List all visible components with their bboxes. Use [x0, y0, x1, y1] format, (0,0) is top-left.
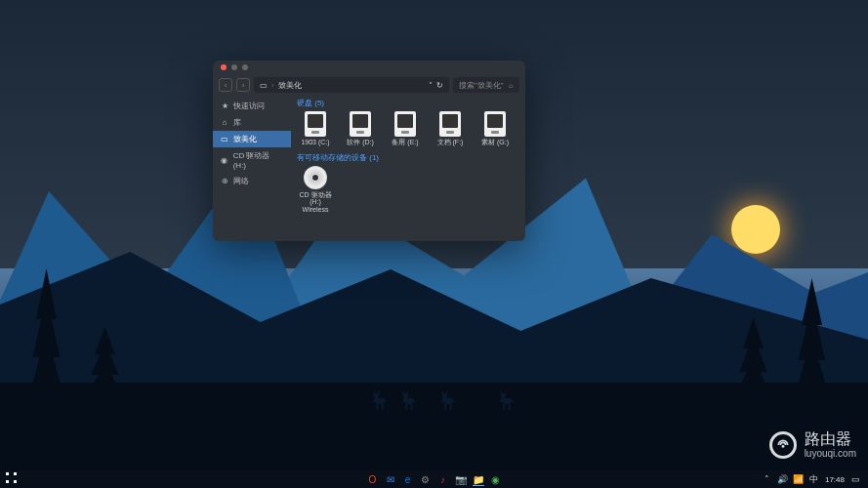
volume-icon[interactable]: 🔊	[778, 474, 788, 484]
taskbar-app-settings[interactable]: ⚙	[418, 472, 434, 486]
cd-drive-h[interactable]: CD 驱动器 (H:) Wireless	[297, 166, 334, 214]
maximize-button[interactable]	[242, 64, 248, 70]
sidebar-item-libraries[interactable]: ⌂ 库	[213, 114, 291, 131]
taskbar-app-chrome[interactable]: ◉	[488, 472, 504, 486]
chevron-down-icon[interactable]: ˅	[429, 81, 433, 90]
system-tray: ˄ 🔊 📶 中 17:48 ▭	[763, 474, 868, 484]
watermark-title: 路由器	[805, 430, 856, 448]
star-icon: ★	[221, 102, 228, 110]
language-icon[interactable]: 中	[809, 474, 819, 484]
disc-icon: ◉	[221, 156, 228, 164]
titlebar[interactable]	[213, 61, 525, 74]
taskbar-app-music[interactable]: ♪	[435, 472, 451, 486]
notifications-icon[interactable]: ▭	[850, 474, 860, 484]
wifi-icon[interactable]: 📶	[794, 474, 804, 484]
drive-icon	[484, 111, 506, 137]
sidebar-item-label: CD 驱动器 (H:)	[233, 150, 283, 170]
taskbar-app-edge[interactable]: e	[400, 472, 416, 486]
taskbar-apps: O✉e⚙♪📷📁◉	[365, 472, 504, 486]
file-explorer-window[interactable]: ‹ › ▭ › 致美化 ˅ ↻ 搜索"致美化" ⌕ ★ 快速访问 ⌂ 库 ▭ 致	[213, 61, 525, 241]
watermark: 路由器 luyouqi.com	[769, 430, 856, 459]
start-button[interactable]	[6, 472, 20, 486]
breadcrumb-current[interactable]: 致美化	[278, 80, 302, 91]
back-button[interactable]: ‹	[219, 78, 232, 92]
drives-grid: 1903 (C:) 软件 (D:) 备用 (E:) 文档 (F:) 素材 (G:…	[297, 111, 519, 146]
watermark-url: luyouqi.com	[805, 448, 856, 459]
drive-icon	[305, 111, 326, 137]
drive-g[interactable]: 素材 (G:)	[476, 111, 514, 146]
search-placeholder: 搜索"致美化"	[459, 80, 504, 91]
search-icon: ⌕	[509, 81, 514, 90]
folder-icon: ▭	[221, 136, 228, 143]
sidebar-item-zhimeihua[interactable]: ▭ 致美化	[213, 131, 291, 147]
drive-e[interactable]: 备用 (E:)	[387, 111, 424, 146]
sidebar-item-label: 致美化	[233, 134, 257, 144]
cd-icon	[304, 166, 327, 189]
drive-icon	[439, 111, 461, 137]
sidebar: ★ 快速访问 ⌂ 库 ▭ 致美化 ◉ CD 驱动器 (H:) ⊕ 网络	[213, 96, 291, 241]
clock[interactable]: 17:48	[825, 475, 845, 484]
drive-f[interactable]: 文档 (F:)	[432, 111, 469, 146]
drive-icon	[394, 111, 416, 137]
section-header-removable[interactable]: 有可移动存储的设备 (1)	[297, 152, 519, 163]
sidebar-item-label: 网络	[233, 176, 249, 186]
search-input[interactable]: 搜索"致美化" ⌕	[453, 77, 519, 93]
main-content: 硬盘 (5) 1903 (C:) 软件 (D:) 备用 (E:) 文档 (F:)	[291, 96, 525, 241]
close-button[interactable]	[221, 64, 227, 70]
forward-button[interactable]: ›	[236, 78, 250, 92]
refresh-icon[interactable]: ↻	[436, 81, 443, 90]
svg-point-0	[782, 445, 783, 446]
taskbar-app-mail[interactable]: ✉	[383, 472, 398, 486]
sidebar-item-label: 库	[233, 117, 241, 128]
taskbar-app-camera[interactable]: 📷	[453, 472, 469, 486]
minimize-button[interactable]	[231, 64, 237, 70]
toolbar: ‹ › ▭ › 致美化 ˅ ↻ 搜索"致美化" ⌕	[213, 74, 525, 96]
library-icon: ⌂	[221, 119, 228, 127]
sidebar-item-network[interactable]: ⊕ 网络	[213, 173, 291, 189]
address-bar[interactable]: ▭ › 致美化 ˅ ↻	[254, 77, 449, 93]
sidebar-item-cd-drive[interactable]: ◉ CD 驱动器 (H:)	[213, 147, 291, 173]
taskbar-app-explorer[interactable]: 📁	[471, 472, 486, 486]
chevron-up-icon[interactable]: ˄	[763, 474, 772, 484]
section-header-drives[interactable]: 硬盘 (5)	[297, 98, 519, 108]
router-icon	[769, 431, 797, 459]
removable-grid: CD 驱动器 (H:) Wireless	[297, 166, 519, 214]
drive-d[interactable]: 软件 (D:)	[342, 111, 379, 146]
network-icon: ⊕	[221, 178, 228, 185]
monitor-icon: ▭	[260, 81, 268, 90]
sidebar-item-label: 快速访问	[233, 101, 265, 111]
taskbar: O✉e⚙♪📷📁◉ ˄ 🔊 📶 中 17:48 ▭	[0, 470, 868, 488]
taskbar-app-office[interactable]: O	[365, 472, 381, 486]
drive-c[interactable]: 1903 (C:)	[297, 111, 334, 146]
sidebar-item-quick-access[interactable]: ★ 快速访问	[213, 98, 291, 114]
drive-icon	[350, 111, 371, 137]
